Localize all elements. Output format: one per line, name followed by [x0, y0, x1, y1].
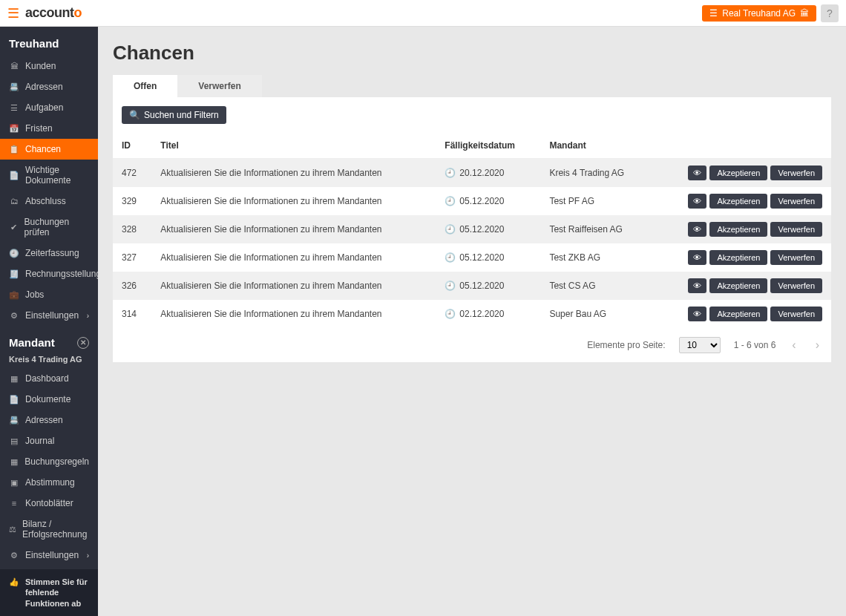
view-button[interactable]: 👁: [688, 250, 706, 265]
clock-icon: 🕘: [445, 281, 456, 291]
org-switcher[interactable]: ☰ Real Treuhand AG 🏛: [702, 5, 816, 22]
reject-button[interactable]: Verwerfen: [770, 194, 822, 209]
nav-icon: ▤: [9, 436, 19, 446]
toolbar: 🔍 Suchen und Filtern: [113, 97, 831, 133]
table-row: 472Aktualisieren Sie die Informationen z…: [113, 159, 831, 188]
mandant-item-7[interactable]: ⚖Bilanz / Erfolgsrechnung: [0, 514, 98, 545]
nav-label: Adressen: [25, 82, 63, 92]
top-header: ☰ accounto ☰ Real Treuhand AG 🏛 ?: [0, 0, 846, 27]
tab-0[interactable]: Offen: [113, 75, 177, 97]
mandant-item-3[interactable]: ▤Journal: [0, 430, 98, 451]
clock-icon: 🕘: [445, 168, 456, 178]
mandant-item-6[interactable]: ≡Kontoblätter: [0, 493, 98, 514]
col-actions: [651, 133, 831, 159]
mandant-item-1[interactable]: 📄Dokumente: [0, 389, 98, 410]
cell-mandant: Kreis 4 Trading AG: [540, 159, 650, 188]
treuhand-item-10[interactable]: 💼Jobs: [0, 284, 98, 305]
mandant-item-4[interactable]: ▦Buchungsregeln: [0, 451, 98, 472]
cell-actions: 👁AkzeptierenVerwerfen: [651, 215, 831, 243]
nav-icon: 💼: [9, 290, 19, 300]
treuhand-item-6[interactable]: 🗂Abschluss: [0, 191, 98, 212]
reject-button[interactable]: Verwerfen: [770, 222, 822, 237]
nav-label: Kunden: [25, 61, 56, 71]
mandant-item-0[interactable]: ▦Dashboard: [0, 368, 98, 389]
eye-icon: 👁: [693, 168, 701, 177]
sidebar: Treuhand 🏛Kunden📇Adressen☰Aufgaben📅Frist…: [0, 27, 98, 616]
nav-icon: ▦: [9, 457, 19, 467]
treuhand-item-3[interactable]: 📅Fristen: [0, 118, 98, 139]
table-row: 329Aktualisieren Sie die Informationen z…: [113, 187, 831, 215]
view-button[interactable]: 👁: [688, 307, 706, 321]
accept-button[interactable]: Akzeptieren: [709, 250, 767, 265]
view-button[interactable]: 👁: [688, 194, 706, 209]
cell-date: 🕘05.12.2020: [436, 243, 540, 272]
treuhand-item-9[interactable]: 🧾Rechnungsstellung: [0, 263, 98, 284]
nav-icon: ☰: [9, 103, 19, 113]
prev-page-icon[interactable]: ‹: [789, 338, 799, 352]
cell-id: 329: [113, 187, 151, 215]
nav-icon: ⚙: [9, 551, 19, 560]
nav-label: Abstimmung: [25, 477, 75, 488]
nav-label: Journal: [25, 436, 54, 446]
treuhand-item-7[interactable]: ✔Buchungen prüfen: [0, 212, 98, 243]
sidebar-section-treuhand: Treuhand: [0, 27, 98, 56]
close-mandant-icon[interactable]: ✕: [77, 337, 89, 349]
view-button[interactable]: 👁: [688, 278, 706, 293]
table-row: 327Aktualisieren Sie die Informationen z…: [113, 243, 831, 272]
chevron-right-icon: ›: [87, 312, 89, 320]
search-filter-button[interactable]: 🔍 Suchen und Filtern: [122, 106, 226, 124]
nav-icon: ⚙: [9, 311, 19, 321]
accept-button[interactable]: Akzeptieren: [709, 166, 767, 180]
tab-1[interactable]: Verwerfen: [177, 75, 261, 97]
reject-button[interactable]: Verwerfen: [770, 278, 822, 293]
tab-bar: OffenVerwerfen: [113, 75, 831, 97]
app-logo: accounto: [25, 5, 82, 21]
accept-button[interactable]: Akzeptieren: [709, 194, 767, 209]
thumbs-up-icon: 👍: [9, 577, 19, 609]
mandant-item-2[interactable]: 📇Adressen: [0, 410, 98, 430]
reject-button[interactable]: Verwerfen: [770, 166, 822, 180]
nav-icon: 📇: [9, 416, 19, 425]
nav-label: Wichtige Dokumente: [25, 165, 89, 186]
cell-title: Aktualisieren Sie die Informationen zu i…: [151, 215, 436, 243]
mandant-item-8[interactable]: ⚙Einstellungen›: [0, 545, 98, 566]
view-button[interactable]: 👁: [688, 222, 706, 237]
nav-label: Zeiterfassung: [25, 248, 79, 258]
nav-icon: ≡: [9, 499, 19, 508]
treuhand-item-11[interactable]: ⚙Einstellungen›: [0, 305, 98, 326]
col-title: Titel: [151, 133, 436, 159]
nav-icon: ⚖: [9, 525, 16, 534]
page-size-select[interactable]: 10: [679, 337, 721, 353]
treuhand-item-5[interactable]: 📄Wichtige Dokumente: [0, 160, 98, 191]
nav-label: Jobs: [25, 289, 44, 300]
treuhand-item-0[interactable]: 🏛Kunden: [0, 56, 98, 76]
cell-title: Aktualisieren Sie die Informationen zu i…: [151, 243, 436, 272]
cell-mandant: Test PF AG: [540, 187, 650, 215]
view-button[interactable]: 👁: [688, 166, 706, 180]
hamburger-icon[interactable]: ☰: [7, 5, 19, 22]
mandant-item-5[interactable]: ▣Abstimmung: [0, 472, 98, 493]
vote-features[interactable]: 👍 Stimmen Sie für fehlende Funktionen ab: [0, 569, 98, 616]
cell-date: 🕘05.12.2020: [436, 272, 540, 300]
nav-label: Bilanz / Erfolgsrechnung: [22, 519, 89, 540]
accept-button[interactable]: Akzeptieren: [709, 307, 767, 321]
reject-button[interactable]: Verwerfen: [770, 307, 822, 321]
accept-button[interactable]: Akzeptieren: [709, 222, 767, 237]
col-mandant: Mandant: [540, 133, 650, 159]
table-row: 328Aktualisieren Sie die Informationen z…: [113, 215, 831, 243]
accept-button[interactable]: Akzeptieren: [709, 278, 767, 293]
nav-icon: 🗂: [9, 197, 19, 206]
treuhand-item-2[interactable]: ☰Aufgaben: [0, 97, 98, 118]
cell-title: Aktualisieren Sie die Informationen zu i…: [151, 159, 436, 188]
sidebar-section-mandant: Mandant ✕: [0, 326, 98, 355]
cell-date: 🕘20.12.2020: [436, 159, 540, 188]
treuhand-item-4[interactable]: 📋Chancen: [0, 139, 98, 160]
reject-button[interactable]: Verwerfen: [770, 250, 822, 265]
nav-label: Aufgaben: [25, 102, 63, 113]
help-icon[interactable]: ?: [821, 4, 839, 22]
nav-icon: 📋: [9, 145, 19, 154]
treuhand-item-8[interactable]: 🕘Zeiterfassung: [0, 243, 98, 263]
next-page-icon[interactable]: ›: [813, 338, 822, 352]
treuhand-item-1[interactable]: 📇Adressen: [0, 76, 98, 97]
page-range: 1 - 6 von 6: [734, 340, 776, 350]
